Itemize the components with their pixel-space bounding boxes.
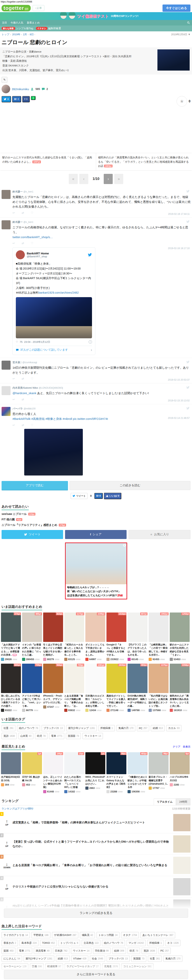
breadcrumb-item[interactable]: 8日 › [30, 33, 35, 36]
author-avatar[interactable] [2, 85, 10, 93]
subnav-link[interactable]: シンプル版Tog.. [16, 27, 34, 30]
keyword-pill[interactable]: 電車2771 [17, 948, 32, 954]
keyword-pill[interactable]: 英語1638 [142, 948, 157, 954]
tag-pill[interactable]: 絵のノウハウ76 [17, 725, 40, 731]
awasete-link[interactable]: F/T 桜の園42pt [2, 518, 190, 521]
hashtag-links[interactable]: #BankARTsilk #高橋啓祐 #映像と身体 #nibroll pic.t… [13, 417, 108, 420]
summary-card[interactable]: 274pt 「あの演技がアドリブだと知って震える...」全裸監督の出演者.. P… [1, 612, 21, 661]
subnav-item[interactable]: 新たな刺客 シンプル版Tog.. [2, 27, 35, 30]
keyword-pill[interactable]: 結婚913 [56, 956, 70, 962]
tag-pill[interactable]: 社畜261 [2, 725, 16, 731]
tweet-timestamp[interactable]: 2019-02-16 16:17:10 [168, 247, 190, 250]
keyword-pill[interactable]: 島本和彦224 [19, 940, 38, 946]
tag-pill[interactable]: 電車2771 [49, 733, 64, 739]
ad-info-icon[interactable]: i [123, 544, 126, 547]
summary-card[interactable]: 493pt DASH島の神社再建完成SP、城島リーダーが明雄さんの墓.. 149… [127, 663, 148, 712]
tweet-link[interactable]: twitter.com/BankART_shop/s… [13, 235, 53, 239]
tweet-timestamp[interactable]: 2019-02-16 17:44:11 [168, 213, 190, 215]
keyword-pill[interactable]: 絵のノウハウ76 [102, 940, 125, 946]
embedded-tweet-card[interactable]: BankART Home @BankART_shop ■高橋啓祐展「映像と身体」… [13, 247, 95, 355]
summary-card[interactable]: 2268pt 都民外の人が「満員電車の混み具合ヤバい」という文と共に画.. 16… [170, 663, 190, 712]
tweet-user-name[interactable]: 鈴木謙一 [13, 221, 23, 223]
read-next-button[interactable]: この続きを読む [69, 481, 190, 490]
first-page-button[interactable]: « [69, 174, 78, 184]
summary-card[interactable]: 1992pt 「山崎実業は神」「この世で一番信頼してる」伸縮する水切り.. 92… [149, 612, 168, 661]
tweet-avatar[interactable] [2, 190, 11, 199]
ranking-item[interactable]: 2 ↑UP 【更新】安っぽい印刷、公式サイトと違うフリーダイヤル...ヨドバシカ… [0, 834, 192, 855]
keyword-pill[interactable]: 絵師309 [112, 948, 126, 954]
ranking-item[interactable]: 4 ↑UP テロリスト中核派のアジトに公安が突入!シャレにならない保健が見つかる [0, 876, 192, 897]
info-icon[interactable]: i [89, 340, 92, 344]
facebook-share-button[interactable]: f0 [22, 96, 30, 102]
summary-card[interactable]: 2299pt ダイエットしても下半身が太いまま....原因は姿勢かもしれ.. 6… [85, 612, 105, 661]
keyword-pill[interactable]: ザ!鉄腕!DASH!!287 [52, 932, 78, 938]
author-name[interactable]: 392mikumiku [12, 88, 29, 91]
summary-card[interactable]: 1pt IWD1_PhotoshoPお気に入り【これはひどい.. 2863vie… [85, 752, 105, 793]
tweet-avatar[interactable] [2, 220, 11, 229]
keyword-pill[interactable]: 社会2045 [90, 956, 105, 962]
related-link[interactable]: 駅のホームにスマホ世代を利用した絶妙な広告を発見「うまい(笑)」「皮肉の利いた山… [0, 153, 96, 170]
advertisement[interactable]: i 毎晩続けたらAカップが…?→→→→ 彼「細いのにこんなにおっぱい大きいの!?… [65, 542, 127, 599]
keyword-pill[interactable]: にじさんじ54 [2, 956, 22, 962]
tag-pill[interactable]: 英語1638 [2, 733, 17, 739]
awasete-link[interactable]: ニブロール『リアルリアリティ』感想まとめ176pt [2, 523, 190, 527]
reply-icon[interactable]: ↩ [13, 211, 15, 215]
tweet-timestamp[interactable]: 2019-02-15 20:53:37 [168, 379, 190, 381]
keyword-pill[interactable]: ウィスキー14 [71, 948, 91, 954]
keyword-pill[interactable]: 貧困453 [2, 948, 16, 954]
nav-link[interactable]: 新着まとめ [27, 21, 39, 24]
subnav-item[interactable]: イチオシ 編集部厳選 [36, 27, 61, 30]
summary-card[interactable]: 2830pt 高校生がバイトしてスイフトを購入→学校に鍵を持って行って.. 27… [107, 663, 126, 712]
campaign-banner[interactable]: ツイ偏差値テスト 10周年のSPコンテンツ! [0, 12, 192, 20]
reply-icon[interactable]: ↩ [13, 377, 15, 380]
subnav-link[interactable]: 編集部厳選 [48, 27, 61, 30]
keyword-pill[interactable]: 鬼滅の刃170 [163, 956, 182, 962]
summary-card[interactable]: 1pt 日刊? DE 奥山沙織 Vol.35 453view [22, 752, 42, 793]
breadcrumb-item[interactable]: 2019年 › [12, 33, 22, 36]
keyword-pill[interactable]: 英国面73 [131, 956, 146, 962]
keyword-pill[interactable]: ライザのアトリエ14 [2, 932, 30, 938]
breadcrumb-item[interactable]: トップ › [2, 33, 11, 36]
next-page-button[interactable]: › [104, 174, 113, 184]
big-tweet-button[interactable]: ツイート [2, 530, 63, 539]
summary-card[interactable]: 1173pt 「町田のルールを破った」と知人を暴行する事件発生...ところ.. … [64, 612, 84, 661]
awasete-link[interactable]: see/saw ニブロール119pt [2, 512, 190, 516]
tweet-avatar[interactable] [2, 386, 11, 395]
card-talk-link[interactable]: 37人がこの話題について話しています› [16, 348, 92, 352]
ranking-more-button[interactable]: ランキングの続きを見る [4, 908, 188, 918]
keyword-pill[interactable]: 幼児78 [127, 948, 140, 954]
tag-pill[interactable]: 幼児78 [35, 733, 47, 739]
summary-card[interactable]: 966pt iPhone11・Proのカメラ、デザインがアレだけど性.. 472… [43, 663, 63, 712]
keyword-pill[interactable]: 社畜261 [148, 956, 162, 962]
keyword-pill[interactable]: 満員電車49 [34, 948, 51, 954]
tweet-user-name[interactable]: 笠木泉□ [13, 361, 22, 364]
mention-link[interactable]: @hardcore_skank [13, 391, 36, 395]
summary-card[interactable]: 水戸遠征2018(4日目:3/19) 304view [1, 752, 21, 793]
tweet-user-name[interactable]: 鈴木謙一 [13, 190, 23, 193]
like-icon[interactable]: ♡ [31, 242, 33, 245]
summary-card[interactable]: 1361pt 日本酒のカルピス割り「カルピシュ」が美味しいし名前も可愛.. 12… [85, 663, 105, 712]
big-favorite-button[interactable]: ★お気に入り [129, 530, 190, 539]
clear-link[interactable]: クリア [173, 745, 181, 749]
twitter-bird-icon[interactable] [186, 407, 190, 410]
reply-icon[interactable]: ↩ [13, 423, 15, 427]
togetter-logo[interactable]: togetter10 [2, 5, 31, 11]
heart-icon[interactable]: ♡ [16, 340, 18, 344]
related-link[interactable]: 都民外の人が「満員電車の混み具合ヤバい」という文と共に画像が添えられるも「空いて… [96, 153, 192, 170]
summary-card[interactable]: 1376pt 「私の問題ではないのに」お風呂施設の食堂にタンクトップ型.. 13… [149, 663, 168, 712]
keyword-pill[interactable]: トロッコ問題24 [96, 932, 120, 938]
like-icon[interactable]: ♡ [31, 211, 33, 215]
tag-pill[interactable]: 英国面73 [66, 733, 81, 739]
retweet-icon[interactable]: ⇄ [22, 398, 24, 401]
keywords-more-button[interactable]: さらに注目キーワードを見る [4, 970, 188, 979]
summary-card[interactable]: 6pt ハロプロ2012年6月23日 2285view [170, 752, 190, 793]
tweet-photo[interactable] [24, 429, 83, 476]
hatena-share-button[interactable]: B!0 [12, 96, 21, 102]
reply-icon[interactable]: ↩ [13, 242, 15, 245]
summary-card[interactable]: 1250pt 駅のホームにスマホ世代を利用した絶妙な広告を発見「うまい.. 53… [170, 612, 190, 661]
tweet-avatar[interactable] [2, 407, 11, 416]
summary-card[interactable]: 199pt ほれ、正しいツインテールと紛らわしい髪型(2012年版) 61448… [43, 752, 63, 793]
summary-card[interactable]: 886pt イオンの『お客様の声』に張り出された投書に「だったら三越.. 280… [22, 612, 42, 661]
read-in-app-button[interactable]: アプリで読む [2, 481, 68, 490]
summary-card[interactable]: 739pt アメリカで2年ほど過ごして気づいた、「cool」という単.. 667… [22, 663, 42, 712]
